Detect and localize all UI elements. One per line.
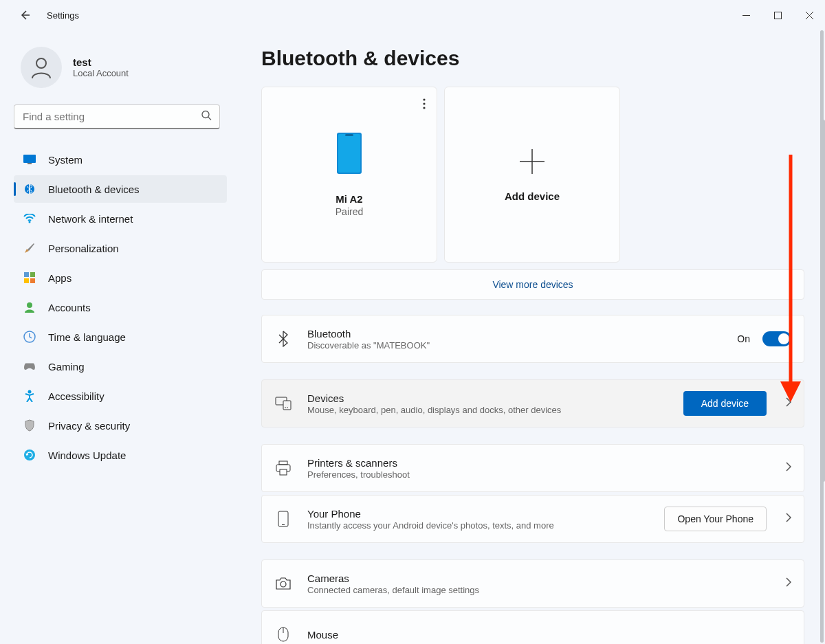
sidebar-item-gaming[interactable]: Gaming (14, 353, 227, 380)
mouse-icon (274, 627, 292, 642)
phone-icon (274, 511, 292, 527)
maximize-button[interactable] (762, 3, 793, 27)
sidebar-item-label: Windows Update (48, 449, 126, 461)
svg-rect-4 (28, 163, 32, 164)
add-device-card-label: Add device (505, 190, 560, 202)
close-icon (806, 12, 813, 19)
svg-rect-19 (338, 134, 360, 173)
user-name: test (73, 56, 129, 68)
back-arrow-icon (19, 10, 30, 21)
svg-rect-22 (283, 401, 291, 410)
update-icon (23, 449, 36, 461)
svg-rect-27 (280, 469, 287, 475)
svg-rect-28 (278, 511, 288, 526)
sidebar-item-label: Personalization (48, 243, 119, 254)
search-icon (201, 111, 212, 124)
row-subtitle: Discoverable as "MATEBOOK" (307, 340, 737, 351)
window-title: Settings (47, 10, 79, 21)
row-subtitle: Preferences, troubleshoot (307, 469, 779, 480)
accessibility-icon (23, 390, 36, 402)
svg-point-23 (285, 407, 286, 408)
sidebar-item-label: Accessibility (48, 390, 104, 402)
gamepad-icon (23, 360, 36, 373)
chevron-right-icon (786, 397, 791, 410)
mouse-row[interactable]: Mouse (261, 610, 804, 644)
sidebar-item-accounts[interactable]: Accounts (14, 293, 227, 321)
svg-rect-8 (30, 272, 35, 277)
wifi-icon (23, 212, 36, 225)
shield-icon (23, 419, 36, 432)
back-button[interactable] (14, 4, 36, 26)
sidebar-item-personalization[interactable]: Personalization (14, 234, 227, 262)
camera-icon (274, 577, 292, 590)
open-your-phone-button[interactable]: Open Your Phone (664, 507, 767, 531)
sidebar-item-label: Apps (48, 272, 72, 284)
sidebar-item-accessibility[interactable]: Accessibility (14, 382, 227, 410)
bluetooth-toggle-row: Bluetooth Discoverable as "MATEBOOK" On (261, 315, 804, 363)
person-icon (29, 55, 54, 80)
toggle-label: On (737, 333, 750, 344)
row-subtitle: Mouse, keyboard, pen, audio, displays an… (307, 405, 683, 415)
row-title: Mouse (307, 629, 791, 641)
phone-icon (337, 133, 362, 174)
sidebar-item-label: Network & internet (48, 213, 133, 225)
your-phone-row[interactable]: Your Phone Instantly access your Android… (261, 495, 804, 543)
sidebar-item-apps[interactable]: Apps (14, 264, 227, 291)
monitor-icon (23, 153, 36, 166)
svg-point-1 (36, 58, 46, 68)
bluetooth-icon (274, 331, 292, 347)
search-input[interactable] (14, 104, 220, 129)
svg-rect-3 (23, 155, 36, 163)
sidebar-item-label: Gaming (48, 361, 85, 373)
minimize-button[interactable] (730, 3, 762, 27)
chevron-right-icon (786, 462, 791, 474)
svg-point-30 (280, 581, 286, 587)
sidebar-item-network[interactable]: Network & internet (14, 205, 227, 232)
svg-rect-29 (282, 524, 285, 525)
view-more-devices-button[interactable]: View more devices (261, 269, 804, 300)
close-button[interactable] (793, 3, 825, 27)
cameras-row[interactable]: Cameras Connected cameras, default image… (261, 559, 804, 608)
sidebar-item-privacy[interactable]: Privacy & security (14, 412, 227, 439)
paintbrush-icon (23, 242, 36, 254)
svg-rect-7 (24, 272, 29, 277)
sidebar-item-update[interactable]: Windows Update (14, 441, 227, 469)
apps-icon (23, 271, 36, 284)
svg-rect-20 (345, 134, 353, 136)
devices-row[interactable]: Devices Mouse, keyboard, pen, audio, dis… (261, 379, 804, 428)
row-title: Cameras (307, 573, 779, 584)
row-subtitle: Instantly access your Android device's p… (307, 520, 664, 531)
sidebar-item-system[interactable]: System (14, 146, 227, 173)
user-subtitle: Local Account (73, 68, 129, 78)
device-card-paired[interactable]: Mi A2 Paired (261, 87, 437, 263)
svg-point-11 (27, 302, 32, 308)
minimize-icon (742, 12, 750, 19)
sidebar-item-bluetooth[interactable]: Bluetooth & devices (14, 175, 227, 203)
svg-rect-0 (774, 12, 781, 19)
sidebar-item-label: Time & language (48, 331, 126, 343)
scrollbar-thumb[interactable] (820, 30, 824, 643)
avatar (21, 47, 62, 88)
user-block[interactable]: test Local Account (14, 47, 227, 104)
sidebar: test Local Account System Bluetooth & de… (0, 30, 234, 644)
svg-point-6 (29, 221, 31, 223)
svg-point-17 (423, 107, 425, 109)
add-device-button[interactable]: Add device (683, 391, 767, 416)
svg-point-14 (24, 449, 35, 460)
view-more-label: View more devices (492, 279, 573, 290)
svg-rect-9 (24, 278, 29, 283)
bluetooth-toggle[interactable] (762, 331, 791, 346)
page-title: Bluetooth & devices (261, 47, 818, 70)
row-title: Bluetooth (307, 328, 737, 340)
svg-point-24 (287, 407, 288, 408)
sidebar-item-time-language[interactable]: Time & language (14, 323, 227, 351)
sidebar-item-label: Privacy & security (48, 420, 130, 432)
main-content: Bluetooth & devices Mi A2 Paired Add dev… (234, 30, 825, 644)
chevron-right-icon (786, 513, 791, 525)
printers-row[interactable]: Printers & scanners Preferences, trouble… (261, 444, 804, 492)
add-device-card[interactable]: Add device (444, 87, 620, 263)
window-scrollbar[interactable] (820, 30, 824, 643)
sidebar-item-label: Accounts (48, 302, 91, 313)
device-more-button[interactable] (420, 96, 428, 115)
row-title: Printers & scanners (307, 457, 779, 469)
